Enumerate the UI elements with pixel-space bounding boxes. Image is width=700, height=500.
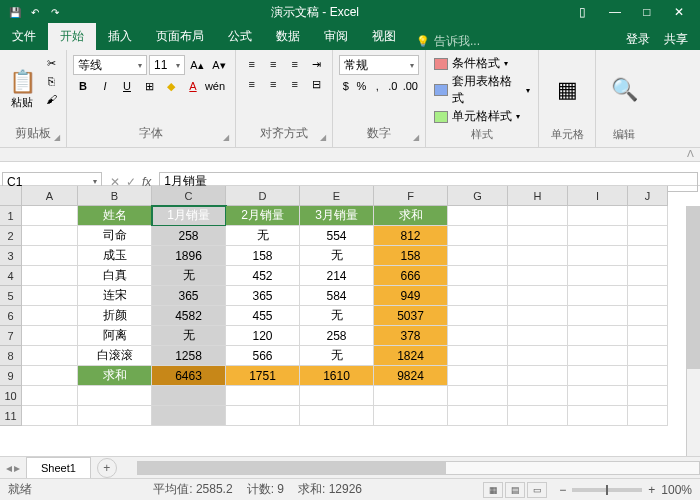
fontsize-combo[interactable]: 11▾ [149,55,185,75]
edit-button[interactable]: 🔍 [600,53,648,127]
cell[interactable] [448,406,508,426]
scroll-thumb[interactable] [687,206,700,369]
cell[interactable] [628,366,668,386]
horizontal-scrollbar[interactable] [137,461,700,475]
align-bot-icon[interactable]: ≡ [285,55,305,73]
cell[interactable]: 5037 [374,306,448,326]
cell[interactable]: 成玉 [78,246,152,266]
cell[interactable]: 666 [374,266,448,286]
minimize-icon[interactable]: — [600,0,630,24]
cell[interactable] [448,266,508,286]
cell[interactable] [568,246,628,266]
cell[interactable] [508,306,568,326]
cell[interactable]: 无 [300,246,374,266]
cell[interactable] [22,246,78,266]
row-header-9[interactable]: 9 [0,366,21,386]
close-icon[interactable]: ✕ [664,0,694,24]
cell[interactable]: 258 [300,326,374,346]
cell[interactable] [152,406,226,426]
row-header-11[interactable]: 11 [0,406,21,426]
align-top-icon[interactable]: ≡ [242,55,262,73]
cell[interactable]: 白真 [78,266,152,286]
col-header-E[interactable]: E [300,186,374,206]
cell[interactable] [508,266,568,286]
dialog-launcher-icon[interactable]: ◢ [223,133,229,142]
tab-file[interactable]: 文件 [0,23,48,50]
row-header-3[interactable]: 3 [0,246,21,266]
cell[interactable] [22,206,78,226]
row-header-2[interactable]: 2 [0,226,21,246]
italic-button[interactable]: I [95,77,115,95]
col-header-I[interactable]: I [568,186,628,206]
tab-data[interactable]: 数据 [264,23,312,50]
prev-sheet-icon[interactable]: ◂ [6,461,12,475]
cell[interactable]: 6463 [152,366,226,386]
row-header-7[interactable]: 7 [0,326,21,346]
cell[interactable] [448,306,508,326]
cell[interactable] [448,226,508,246]
tab-pagelayout[interactable]: 页面布局 [144,23,216,50]
cell[interactable]: 949 [374,286,448,306]
col-header-B[interactable]: B [78,186,152,206]
paste-button[interactable]: 📋 粘贴 [4,53,40,125]
select-all-corner[interactable] [0,186,22,206]
bold-button[interactable]: B [73,77,93,95]
vertical-scrollbar[interactable] [686,206,700,456]
cell[interactable]: 求和 [374,206,448,226]
cell[interactable]: 1824 [374,346,448,366]
cell[interactable] [22,266,78,286]
cell[interactable] [568,406,628,426]
copy-icon[interactable]: ⎘ [42,73,60,89]
cell[interactable] [628,346,668,366]
cell[interactable] [508,386,568,406]
cell[interactable] [300,386,374,406]
cell[interactable]: 3月销量 [300,206,374,226]
cell[interactable]: 连宋 [78,286,152,306]
phonetic-button[interactable]: wén [205,77,225,95]
row-header-8[interactable]: 8 [0,346,21,366]
row-header-1[interactable]: 1 [0,206,21,226]
inc-dec-icon[interactable]: .0 [386,77,400,95]
cell[interactable] [78,406,152,426]
cell[interactable]: 4582 [152,306,226,326]
underline-button[interactable]: U [117,77,137,95]
sheet-tab[interactable]: Sheet1 [26,457,91,479]
align-left-icon[interactable]: ≡ [242,75,262,93]
col-header-H[interactable]: H [508,186,568,206]
cell-grid[interactable]: 姓名1月销量2月销量3月销量求和司命258无554812成玉1896158无15… [22,206,700,426]
cell[interactable]: 584 [300,286,374,306]
row-header-5[interactable]: 5 [0,286,21,306]
cell[interactable] [226,386,300,406]
cond-format-button[interactable]: 条件格式▾ [434,55,530,72]
cell[interactable]: 378 [374,326,448,346]
font-combo[interactable]: 等线▾ [73,55,147,75]
cell[interactable]: 258 [152,226,226,246]
cell[interactable] [22,326,78,346]
brush-icon[interactable]: 🖌 [42,91,60,107]
cell[interactable]: 无 [226,226,300,246]
cell[interactable]: 折颜 [78,306,152,326]
cell[interactable] [22,366,78,386]
cell[interactable] [628,226,668,246]
cell[interactable] [628,326,668,346]
row-header-4[interactable]: 4 [0,266,21,286]
cell-style-button[interactable]: 单元格样式▾ [434,108,530,125]
cell[interactable] [568,266,628,286]
cell[interactable] [568,346,628,366]
col-header-J[interactable]: J [628,186,668,206]
view-break-icon[interactable]: ▭ [527,482,547,498]
cell[interactable] [568,206,628,226]
cell[interactable] [448,246,508,266]
tab-view[interactable]: 视图 [360,23,408,50]
col-header-F[interactable]: F [374,186,448,206]
tab-formulas[interactable]: 公式 [216,23,264,50]
cell[interactable] [628,406,668,426]
cell[interactable] [374,386,448,406]
cell[interactable]: 1610 [300,366,374,386]
align-center-icon[interactable]: ≡ [264,75,284,93]
cell[interactable] [508,346,568,366]
cell[interactable] [22,346,78,366]
grow-font-icon[interactable]: A▴ [187,56,207,74]
redo-icon[interactable]: ↷ [48,5,62,19]
cell[interactable] [508,226,568,246]
